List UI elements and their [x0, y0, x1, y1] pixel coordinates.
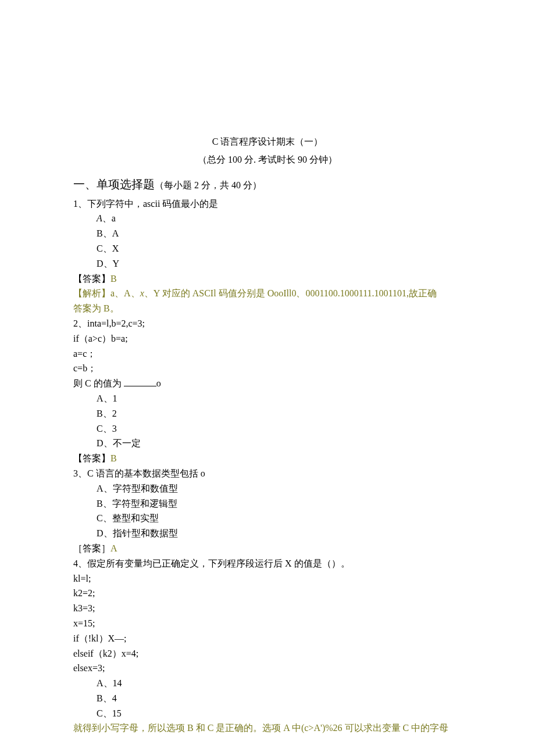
section-1-sub: （每小题 2 分，共 40 分） — [155, 180, 262, 190]
footer-fragment: 就得到小写字母，所以选项 B 和 C 是正确的。选项 A 中(c>A')%26 … — [73, 721, 462, 736]
q3-stem: 3、C 语言的基本数据类型包括 o — [73, 467, 462, 481]
q4-option-a: A、14 — [73, 676, 462, 691]
q4-line3: k3=3; — [73, 601, 462, 616]
section-1-header: 一、单项选择题（每小题 2 分，共 40 分） — [73, 175, 462, 194]
q4-line4: x=15; — [73, 617, 462, 631]
q2-line5-a: 则 C 的值为 — [73, 378, 124, 388]
q1-answer-label: 【答案】 — [73, 274, 110, 284]
q3-answer-value: A — [110, 543, 117, 553]
q1-option-a-text: 、a — [102, 213, 116, 223]
q1-explain-label: 【解析】 — [73, 288, 110, 298]
q1-option-b: B、A — [73, 227, 462, 241]
q3-option-a: A、字符型和数值型 — [73, 482, 462, 496]
q1-option-a: A、a — [73, 212, 462, 226]
q2-line5: 则 C 的值为 o — [73, 377, 462, 391]
document-page: C 语言程序设计期末（一） （总分 100 分. 考试时长 90 分钟） 一、单… — [0, 0, 535, 756]
q2-line4: c=b； — [73, 361, 462, 376]
q3-option-c: C、整型和实型 — [73, 511, 462, 526]
q3-answer: ［答案］A — [73, 542, 462, 556]
q4-line2: k2=2; — [73, 586, 462, 601]
q2-line3: a=c； — [73, 347, 462, 361]
q1-option-a-label: A — [97, 213, 102, 223]
q2-option-c: C、3 — [73, 422, 462, 436]
q2-option-d: D、不一定 — [73, 436, 462, 451]
q4-line7: elsex=3; — [73, 661, 462, 676]
q2-option-a: A、1 — [73, 392, 462, 406]
q1-option-c: C、X — [73, 242, 462, 256]
q2-answer-value: B — [110, 453, 117, 463]
q3-option-b: B、字符型和逻辑型 — [73, 497, 462, 511]
exam-title: C 语言程序设计期末（一） — [73, 135, 462, 149]
q2-line5-b: o — [156, 378, 161, 388]
section-1-main: 一、单项选择题 — [73, 178, 155, 191]
q3-answer-label: ［答案］ — [73, 543, 110, 553]
q2-answer: 【答案】B — [73, 452, 462, 466]
q3-option-d: D、指针型和数据型 — [73, 526, 462, 541]
q1-explain-line2: 答案为 B。 — [73, 302, 462, 316]
q2-line1: 2、inta=l,b=2,c=3; — [73, 317, 462, 331]
q1-explain-x: x — [140, 288, 144, 298]
q1-stem: 1、下列字符中，ascii 码值最小的是 — [73, 197, 462, 212]
q1-explain-rest1: 、Y 对应的 ASCIl 码值分别是 OooIll0、0001100.10001… — [144, 288, 437, 298]
q1-answer-value: B — [110, 274, 117, 284]
q4-line1: kl=l; — [73, 572, 462, 586]
q4-option-c: C、15 — [73, 707, 462, 721]
q2-option-b: B、2 — [73, 407, 462, 421]
q1-explain-a: a、A、 — [110, 288, 140, 298]
q4-line5: if（!kl）X—; — [73, 632, 462, 646]
q2-answer-label: 【答案】 — [73, 453, 110, 463]
q1-explain-line1: 【解析】a、A、x、Y 对应的 ASCIl 码值分别是 OooIll0、0001… — [73, 286, 462, 301]
q2-line2: if（a>c）b=a; — [73, 332, 462, 346]
q4-option-b: B、4 — [73, 691, 462, 706]
q1-option-d: D、Y — [73, 257, 462, 271]
blank-line — [124, 378, 156, 386]
q4-stem: 4、假定所有变量均已正确定义，下列程序段运行后 X 的值是（）。 — [73, 557, 462, 571]
q4-line6: elseif（k2）x=4; — [73, 647, 462, 661]
exam-subtitle: （总分 100 分. 考试时长 90 分钟） — [73, 153, 462, 167]
q1-answer: 【答案】B — [73, 272, 462, 286]
